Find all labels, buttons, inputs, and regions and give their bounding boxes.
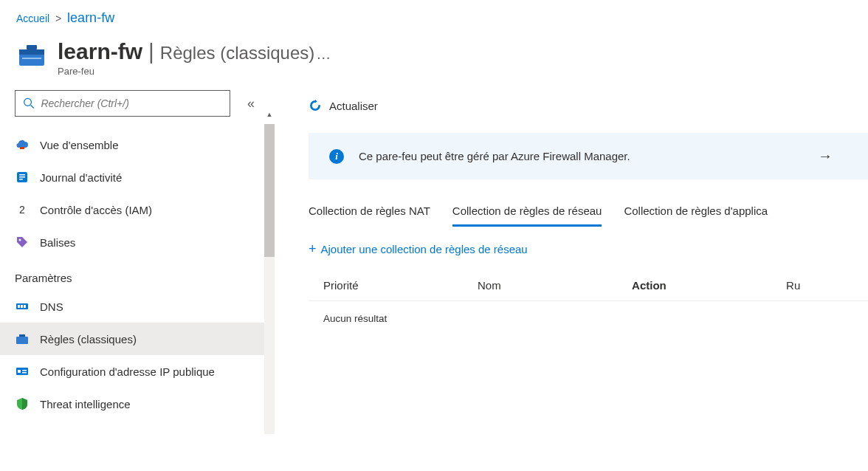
sidebar-section-settings: Paramètres [0, 258, 275, 290]
svg-rect-15 [24, 305, 26, 308]
svg-rect-1 [19, 49, 44, 55]
breadcrumb-separator: > [55, 13, 61, 24]
page-title: learn-fw [58, 39, 142, 64]
page-subtitle: Règles (classiques) [160, 43, 314, 63]
tab-application[interactable]: Collection de règles d'applica [624, 204, 768, 227]
info-banner: i Ce pare-feu peut être géré par Azure F… [309, 133, 868, 179]
page-header: learn-fw | Règles (classiques) … Pare-fe… [0, 32, 868, 86]
add-rule-collection-link[interactable]: + Ajouter une collection de règles de ré… [309, 241, 868, 257]
svg-rect-9 [19, 176, 25, 178]
banner-message: Ce pare-feu peut être géré par Azure Fir… [359, 150, 818, 162]
sidebar-item-tags[interactable]: Balises [0, 226, 275, 258]
svg-rect-20 [22, 370, 27, 371]
th-name[interactable]: Nom [478, 279, 632, 292]
th-rules[interactable]: Ru [786, 279, 853, 292]
breadcrumb-current[interactable]: learn-fw [67, 10, 114, 25]
more-icon[interactable]: … [316, 46, 331, 63]
scrollbar[interactable]: ▲ [264, 124, 275, 434]
search-icon [23, 97, 35, 110]
svg-rect-16 [16, 337, 28, 344]
toolbar: Actualiser [309, 92, 868, 120]
refresh-label: Actualiser [329, 100, 378, 112]
svg-point-11 [19, 239, 21, 241]
breadcrumb: Accueil > learn-fw [0, 0, 868, 32]
info-icon: i [329, 149, 344, 164]
table-empty-state: Aucun résultat [309, 300, 868, 336]
svg-rect-14 [21, 305, 23, 308]
nav-menu: Vue d'ensemble Journal d'activité 2 Cont… [0, 128, 275, 461]
dns-icon [15, 299, 30, 314]
resource-type: Pare-feu [58, 66, 331, 77]
tab-bar: Collection de règles NAT Collection de r… [309, 204, 868, 227]
sidebar-item-threat-intel[interactable]: Threat intelligence [0, 388, 275, 420]
sidebar-item-label: DNS [40, 300, 63, 313]
scroll-up-icon[interactable]: ▲ [264, 109, 275, 120]
sidebar-item-rules-classic[interactable]: Règles (classiques) [0, 323, 275, 355]
plus-icon: + [309, 241, 317, 257]
scrollbar-thumb[interactable] [264, 124, 275, 257]
sidebar-item-label: Threat intelligence [40, 398, 131, 410]
svg-rect-6 [20, 147, 24, 149]
firewall-icon [16, 39, 47, 70]
th-priority[interactable]: Priorité [323, 279, 478, 292]
svg-rect-19 [18, 370, 21, 373]
sidebar: « Vue d'ensemble Journal d'activité 2 Co… [0, 86, 275, 461]
tag-icon [15, 235, 30, 250]
ip-config-icon [15, 364, 30, 379]
refresh-icon [309, 99, 322, 112]
svg-rect-10 [19, 179, 23, 180]
firewall-small-icon [15, 331, 30, 346]
svg-rect-17 [19, 334, 25, 337]
sidebar-item-label: Vue d'ensemble [40, 139, 119, 151]
sidebar-item-activity-log[interactable]: Journal d'activité [0, 161, 275, 193]
svg-rect-2 [27, 45, 37, 49]
collapse-sidebar-button[interactable]: « [241, 93, 261, 114]
search-input[interactable] [41, 97, 222, 109]
svg-line-5 [31, 105, 34, 108]
svg-rect-21 [22, 372, 27, 374]
iam-icon: 2 [15, 202, 30, 217]
breadcrumb-home[interactable]: Accueil [16, 13, 49, 24]
sidebar-item-label: Contrôle d'accès (IAM) [40, 204, 152, 216]
sidebar-item-label: Balises [40, 236, 75, 249]
tab-nat[interactable]: Collection de règles NAT [309, 204, 430, 227]
svg-point-4 [24, 98, 32, 106]
add-link-label: Ajouter une collection de règles de rése… [321, 243, 528, 255]
svg-rect-3 [22, 58, 41, 59]
sidebar-item-dns[interactable]: DNS [0, 290, 275, 323]
sidebar-item-iam[interactable]: 2 Contrôle d'accès (IAM) [0, 193, 275, 226]
title-separator: | [148, 39, 154, 64]
activity-log-icon [15, 170, 30, 185]
banner-arrow-link[interactable]: → [818, 148, 833, 165]
sidebar-item-label: Règles (classiques) [40, 333, 137, 345]
main-content: Actualiser i Ce pare-feu peut être géré … [275, 86, 868, 461]
tab-network[interactable]: Collection de règles de réseau [452, 204, 602, 227]
sidebar-item-overview[interactable]: Vue d'ensemble [0, 128, 275, 161]
table-header-row: Priorité Nom Action Ru [309, 279, 868, 300]
sidebar-item-public-ip[interactable]: Configuration d'adresse IP publique [0, 355, 275, 388]
search-box[interactable] [15, 90, 230, 117]
cloud-icon [15, 137, 30, 152]
th-action[interactable]: Action [632, 279, 786, 292]
refresh-button[interactable]: Actualiser [309, 99, 378, 112]
svg-rect-13 [18, 305, 20, 308]
sidebar-item-label: Journal d'activité [40, 171, 122, 184]
sidebar-item-label: Configuration d'adresse IP publique [40, 365, 215, 378]
svg-rect-8 [19, 174, 25, 176]
shield-icon [15, 396, 30, 411]
